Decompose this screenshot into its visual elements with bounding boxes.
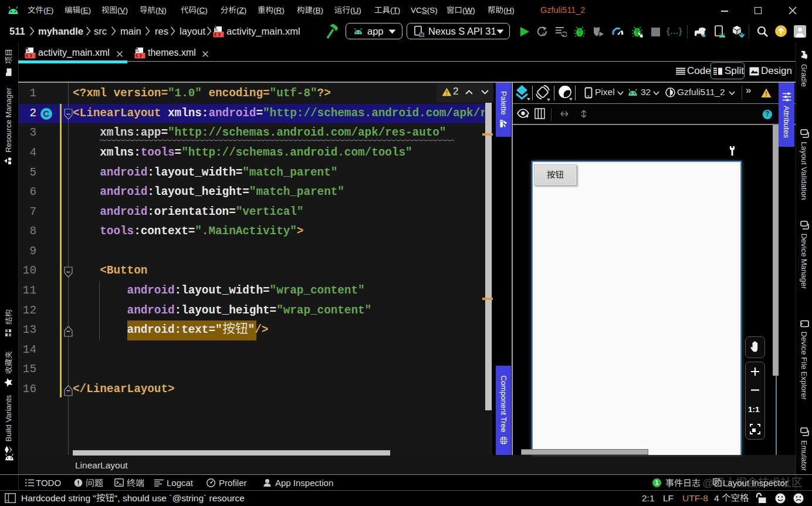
svg-text:A: A xyxy=(542,31,545,37)
